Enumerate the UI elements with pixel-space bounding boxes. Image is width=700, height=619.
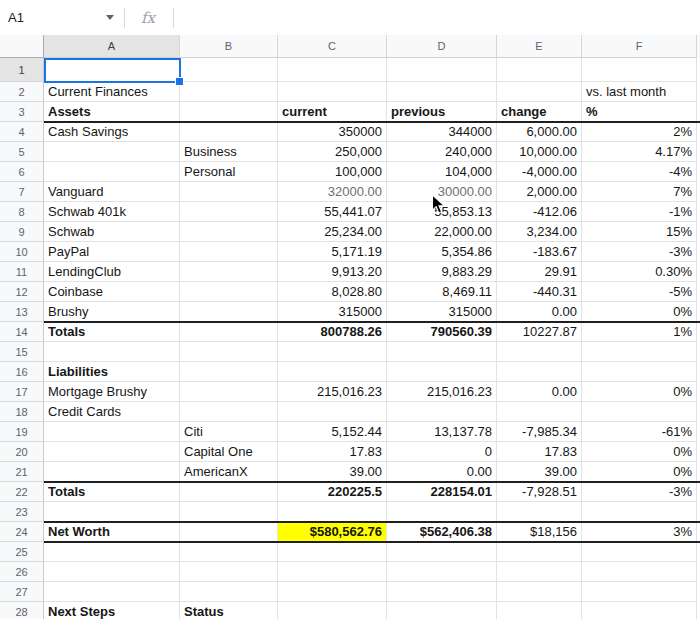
cell-F17[interactable]: 0% xyxy=(582,382,697,402)
row-header-10[interactable]: 10 xyxy=(0,242,44,262)
cell-B4[interactable] xyxy=(180,122,278,142)
cell-D16[interactable] xyxy=(387,362,497,382)
cell-E8[interactable]: -412.06 xyxy=(497,202,582,222)
cell-E1[interactable] xyxy=(497,58,582,82)
cell-B11[interactable] xyxy=(180,262,278,282)
cell-A23[interactable] xyxy=(44,502,180,522)
cell-C4[interactable]: 350000 xyxy=(278,122,387,142)
row-header-4[interactable]: 4 xyxy=(0,122,44,142)
cell-E26[interactable] xyxy=(497,562,582,582)
cell-E16[interactable] xyxy=(497,362,582,382)
cell-D23[interactable] xyxy=(387,502,497,522)
cell-A13[interactable]: Brushy xyxy=(44,302,180,322)
cell-C23[interactable] xyxy=(278,502,387,522)
cell-C14[interactable]: 800788.26 xyxy=(278,322,387,342)
cell-B17[interactable] xyxy=(180,382,278,402)
cell-C6[interactable]: 100,000 xyxy=(278,162,387,182)
cell-E14[interactable]: 10227.87 xyxy=(497,322,582,342)
row-header-18[interactable]: 18 xyxy=(0,402,44,422)
cell-C7[interactable]: 32000.00 xyxy=(278,182,387,202)
cell-D14[interactable]: 790560.39 xyxy=(387,322,497,342)
cell-B2[interactable] xyxy=(180,82,278,102)
cell-E24[interactable]: $18,156 xyxy=(497,522,582,542)
cell-A24[interactable]: Net Worth xyxy=(44,522,180,542)
row-header-25[interactable]: 25 xyxy=(0,542,44,562)
row-header-16[interactable]: 16 xyxy=(0,362,44,382)
row-header-1[interactable]: 1 xyxy=(0,58,44,82)
cell-B23[interactable] xyxy=(180,502,278,522)
row-header-6[interactable]: 6 xyxy=(0,162,44,182)
cell-C18[interactable] xyxy=(278,402,387,422)
cell-D19[interactable]: 13,137.78 xyxy=(387,422,497,442)
column-header-E[interactable]: E xyxy=(497,35,582,58)
row-header-7[interactable]: 7 xyxy=(0,182,44,202)
cell-B5[interactable]: Business xyxy=(180,142,278,162)
fill-handle[interactable] xyxy=(175,77,184,86)
cell-E20[interactable]: 17.83 xyxy=(497,442,582,462)
row-header-20[interactable]: 20 xyxy=(0,442,44,462)
cell-A7[interactable]: Vanguard xyxy=(44,182,180,202)
cell-D25[interactable] xyxy=(387,542,497,562)
row-header-28[interactable]: 28 xyxy=(0,602,44,619)
cell-A9[interactable]: Schwab xyxy=(44,222,180,242)
row-header-15[interactable]: 15 xyxy=(0,342,44,362)
row-header-21[interactable]: 21 xyxy=(0,462,44,482)
cell-A28[interactable]: Next Steps xyxy=(44,602,180,619)
cell-F3[interactable]: % xyxy=(582,102,697,122)
cell-F23[interactable] xyxy=(582,502,697,522)
cell-F14[interactable]: 1% xyxy=(582,322,697,342)
cell-F11[interactable]: 0.30% xyxy=(582,262,697,282)
row-header-24[interactable]: 24 xyxy=(0,522,44,542)
cell-C12[interactable]: 8,028.80 xyxy=(278,282,387,302)
cell-E11[interactable]: 29.91 xyxy=(497,262,582,282)
cell-A27[interactable] xyxy=(44,582,180,602)
cell-D2[interactable] xyxy=(387,82,497,102)
cell-F25[interactable] xyxy=(582,542,697,562)
cell-D6[interactable]: 104,000 xyxy=(387,162,497,182)
cell-A1[interactable] xyxy=(44,58,180,82)
cell-B12[interactable] xyxy=(180,282,278,302)
cell-C17[interactable]: 215,016.23 xyxy=(278,382,387,402)
cell-E17[interactable]: 0.00 xyxy=(497,382,582,402)
row-header-17[interactable]: 17 xyxy=(0,382,44,402)
column-header-D[interactable]: D xyxy=(387,35,497,58)
cell-E18[interactable] xyxy=(497,402,582,422)
cell-D28[interactable] xyxy=(387,602,497,619)
cell-E3[interactable]: change xyxy=(497,102,582,122)
cell-B13[interactable] xyxy=(180,302,278,322)
cell-A16[interactable]: Liabilities xyxy=(44,362,180,382)
cell-D21[interactable]: 0.00 xyxy=(387,462,497,482)
cell-A3[interactable]: Assets xyxy=(44,102,180,122)
row-header-5[interactable]: 5 xyxy=(0,142,44,162)
cell-F5[interactable]: 4.17% xyxy=(582,142,697,162)
cell-B9[interactable] xyxy=(180,222,278,242)
row-header-11[interactable]: 11 xyxy=(0,262,44,282)
cell-D4[interactable]: 344000 xyxy=(387,122,497,142)
cell-E27[interactable] xyxy=(497,582,582,602)
column-header-F[interactable]: F xyxy=(582,35,697,58)
formula-input[interactable] xyxy=(174,0,700,35)
cell-C11[interactable]: 9,913.20 xyxy=(278,262,387,282)
cell-A20[interactable] xyxy=(44,442,180,462)
cell-D20[interactable]: 0 xyxy=(387,442,497,462)
cell-A14[interactable]: Totals xyxy=(44,322,180,342)
cell-D26[interactable] xyxy=(387,562,497,582)
row-header-12[interactable]: 12 xyxy=(0,282,44,302)
cell-F26[interactable] xyxy=(582,562,697,582)
cell-D15[interactable] xyxy=(387,342,497,362)
cell-C15[interactable] xyxy=(278,342,387,362)
cell-B3[interactable] xyxy=(180,102,278,122)
cell-A8[interactable]: Schwab 401k xyxy=(44,202,180,222)
cell-C24[interactable]: $580,562.76 xyxy=(278,522,387,542)
cell-F2[interactable]: vs. last month xyxy=(582,82,697,102)
cell-B24[interactable] xyxy=(180,522,278,542)
cell-B19[interactable]: Citi xyxy=(180,422,278,442)
cell-E22[interactable]: -7,928.51 xyxy=(497,482,582,502)
cell-F1[interactable] xyxy=(582,58,697,82)
row-header-26[interactable]: 26 xyxy=(0,562,44,582)
row-header-23[interactable]: 23 xyxy=(0,502,44,522)
row-header-3[interactable]: 3 xyxy=(0,102,44,122)
cell-A5[interactable] xyxy=(44,142,180,162)
cell-D27[interactable] xyxy=(387,582,497,602)
cell-B20[interactable]: Capital One xyxy=(180,442,278,462)
